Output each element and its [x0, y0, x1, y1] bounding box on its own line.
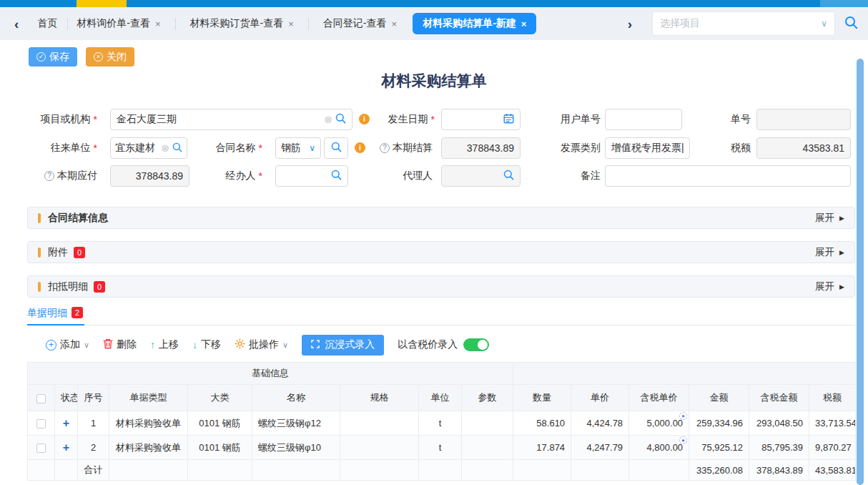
project-select[interactable]: 选择项目 ∨ — [652, 11, 835, 36]
agent-label: 代理人 — [332, 165, 433, 187]
toggle-knob — [478, 340, 488, 350]
save-button-label: 保存 — [49, 51, 69, 64]
section-marker — [38, 213, 41, 223]
tab-divider — [67, 18, 68, 30]
contract-search-button[interactable] — [324, 137, 348, 159]
vertical-scrollbar[interactable] — [857, 59, 864, 485]
chevron-down-icon: ∨ — [821, 19, 827, 29]
column-header-row: 状态 序号 单据类型 大类 名称 规格 单位 参数 数量 单价 含税单价 金额 … — [28, 385, 856, 411]
required-mark: * — [94, 142, 97, 154]
row-checkbox[interactable] — [36, 444, 46, 453]
expand-button[interactable]: 展开 ▶ — [815, 246, 844, 259]
tabs-scroll-right-icon[interactable]: › — [628, 17, 632, 31]
doc-no-input — [756, 109, 851, 130]
close-tab-icon[interactable]: × — [155, 19, 161, 29]
tab-material-inquiry[interactable]: 材料询价单-查看 × — [77, 17, 160, 30]
add-button[interactable]: + 添加 ∨ — [46, 338, 89, 351]
section-deduction-detail[interactable]: 扣抵明细 0 展开 ▶ — [27, 275, 855, 298]
close-button[interactable]: × 关闭 — [86, 47, 134, 67]
move-down-button[interactable]: ↓ 下移 — [192, 338, 221, 351]
fullscreen-brackets-icon — [311, 339, 320, 351]
window-strip-segment — [820, 0, 868, 7]
project-input[interactable]: 金石大厦三期 ⊗ — [110, 109, 352, 130]
tab-home[interactable]: 首页 — [37, 17, 57, 30]
payable-label: ? 本期应付 — [0, 165, 97, 187]
immersive-entry-button[interactable]: 沉浸式录入 — [302, 335, 384, 356]
required-mark: * — [431, 114, 435, 125]
help-icon[interactable]: ? — [380, 143, 390, 153]
required-mark: * — [259, 142, 262, 154]
remark-input[interactable] — [605, 165, 851, 187]
total-amount: 335,260.08 — [689, 460, 749, 481]
chevron-down-icon: ∨ — [282, 341, 288, 350]
detail-count-badge: 2 — [71, 307, 83, 318]
total-label: 合计 — [78, 460, 109, 481]
info-icon[interactable]: i — [355, 142, 365, 153]
expand-button[interactable]: 展开 ▶ — [815, 212, 844, 225]
total-tax-amount: 378,843.89 — [749, 460, 809, 481]
check-circle-icon: ✓ — [36, 52, 46, 62]
expand-arrow-icon: ▶ — [839, 215, 844, 222]
project-select-placeholder: 选择项目 — [660, 17, 821, 30]
tab-divider — [175, 18, 176, 30]
detail-toolbar: + 添加 ∨ 删除 ↑ 上移 ↓ 下移 批操作 ∨ 沉浸式录入 以含税价录入 — [46, 333, 489, 356]
close-tab-icon[interactable]: × — [521, 19, 527, 29]
invoice-type-label: 发票类别 — [503, 137, 601, 159]
tab-purchase-settlement-active[interactable]: 材料采购结算单-新建 × — [413, 13, 536, 34]
page-title: 材料采购结算单 — [0, 71, 868, 91]
contract-label: 合同名称* — [162, 137, 262, 159]
delete-button[interactable]: 删除 — [103, 338, 137, 351]
remark-label: 备注 — [503, 165, 601, 187]
row-add-icon[interactable]: + — [63, 417, 69, 429]
table-row: + 2 材料采购验收单 0101 钢筋 螺纹三级钢φ10 t 17.874 4,… — [28, 436, 856, 460]
plus-circle-icon: + — [46, 340, 56, 351]
row-checkbox[interactable] — [36, 419, 46, 428]
section-contract-settlement-info[interactable]: 合同结算信息 展开 ▶ — [27, 207, 855, 229]
tab-label: 材料采购订货单-查看 — [190, 17, 284, 30]
required-mark: * — [94, 114, 97, 125]
doc-no-label: 单号 — [654, 109, 751, 130]
tab-label: 合同登记-查看 — [323, 17, 387, 30]
tab-document-detail[interactable]: 单据明细 2 — [27, 307, 84, 325]
clear-icon[interactable]: ⊗ — [324, 114, 332, 124]
section-marker — [38, 282, 41, 292]
close-tab-icon[interactable]: × — [392, 19, 398, 29]
arrow-up-icon: ↑ — [150, 339, 155, 351]
expand-arrow-icon: ▶ — [839, 249, 844, 256]
move-up-button[interactable]: ↑ 上移 — [150, 338, 179, 351]
tax-inclusive-entry: 以含税价录入 — [398, 338, 489, 351]
tab-purchase-order[interactable]: 材料采购订货单-查看 × — [190, 17, 294, 30]
section-attachments[interactable]: 附件 0 展开 ▶ — [27, 241, 855, 263]
gear-icon — [235, 338, 245, 351]
tax-inclusive-toggle[interactable] — [463, 338, 489, 351]
table-row: + 1 材料采购验收单 0101 钢筋 螺纹三级钢φ12 t 58.610 4,… — [28, 411, 856, 436]
tax-price-cell[interactable]: 5,000.00* — [629, 411, 689, 436]
expand-button[interactable]: 展开 ▶ — [815, 280, 844, 293]
chevron-down-icon: ∨ — [309, 143, 315, 153]
chevron-down-icon: ∨ — [84, 341, 89, 350]
contract-select[interactable]: 钢筋 ∨ — [275, 137, 321, 159]
group-header-row: 基础信息 — [28, 363, 856, 385]
trash-icon — [103, 338, 113, 351]
search-icon — [331, 142, 342, 155]
tabs-scroll-left-icon[interactable]: ‹ — [14, 17, 19, 31]
tax-price-cell[interactable]: 4,800.00* — [629, 436, 689, 460]
global-search-icon[interactable] — [844, 16, 858, 31]
detail-table: 基础信息 状态 序号 单据类型 大类 名称 规格 单位 参数 数量 单价 含税单… — [27, 362, 856, 481]
tab-bar: ‹ 首页 材料询价单-查看 × 材料采购订货单-查看 × 合同登记-查看 × 材… — [0, 7, 868, 40]
handler-label: 经办人* — [162, 165, 262, 187]
tab-contract-register[interactable]: 合同登记-查看 × — [323, 17, 397, 30]
save-button[interactable]: ✓ 保存 — [29, 47, 77, 67]
select-all-checkbox[interactable] — [36, 394, 46, 403]
tab-label: 材料采购结算单-新建 — [423, 17, 516, 30]
project-label: 项目或机构* — [0, 109, 97, 130]
close-tab-icon[interactable]: × — [288, 19, 294, 29]
section-marker — [38, 248, 41, 258]
user-doc-no-label: 用户单号 — [503, 109, 601, 130]
help-icon[interactable]: ? — [44, 171, 54, 181]
row-add-icon[interactable]: + — [63, 441, 69, 454]
edited-star-icon: * — [679, 436, 687, 444]
arrow-down-icon: ↓ — [192, 339, 197, 351]
batch-operation-button[interactable]: 批操作 ∨ — [235, 338, 288, 351]
tab-label: 材料询价单-查看 — [77, 17, 150, 30]
